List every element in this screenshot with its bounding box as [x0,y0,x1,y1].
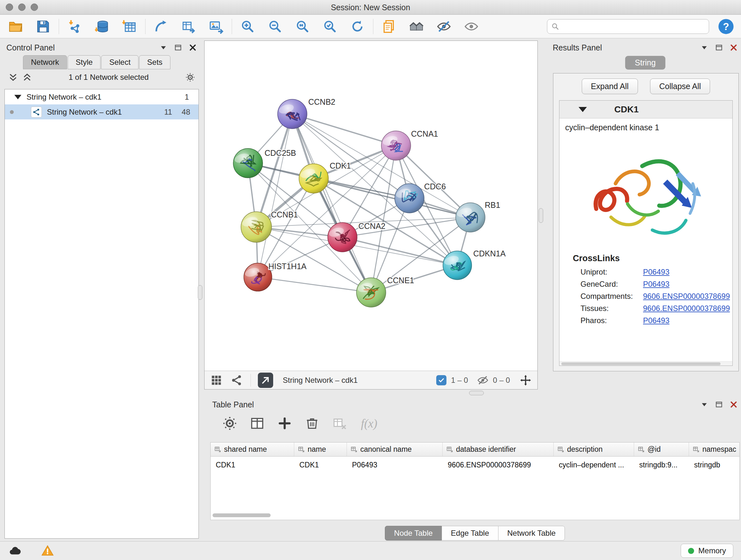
network-node[interactable] [395,184,424,213]
tab-node-table[interactable]: Node Table [385,526,442,541]
collapse-all-networks-icon[interactable] [8,72,18,82]
detach-view-button[interactable] [258,373,273,388]
collapse-panel-icon[interactable] [700,400,709,409]
zoom-out-button[interactable] [266,17,284,36]
splitter-handle[interactable] [198,285,202,300]
table-cell[interactable]: 9606.ENSP00000378699 [443,461,554,469]
splitter-handle[interactable] [539,208,543,223]
column-header[interactable]: canonical name [347,442,443,456]
column-header[interactable]: shared name [211,442,294,456]
network-node[interactable] [456,203,485,232]
zoom-selected-button[interactable] [321,17,339,36]
birdseye-view-button[interactable] [230,374,244,387]
network-node[interactable] [241,212,272,242]
network-edge[interactable] [314,179,470,217]
network-node[interactable] [244,263,272,291]
collapse-panel-icon[interactable] [700,44,709,52]
import-network-file-button[interactable] [65,17,84,36]
gear-icon[interactable] [185,72,195,82]
show-all-button[interactable] [462,17,481,36]
gene-disclosure-triangle-icon[interactable] [579,107,587,112]
network-edge[interactable] [258,277,371,293]
expand-all-networks-icon[interactable] [22,72,32,82]
export-image-button[interactable] [207,17,225,36]
column-header[interactable]: name [294,442,347,456]
warnings-button[interactable] [40,544,55,557]
crosslink-value-link[interactable]: 9606.ENSP00000378699 [643,292,730,301]
close-panel-icon[interactable] [730,400,738,409]
network-node[interactable] [356,278,386,307]
close-panel-icon[interactable] [730,44,738,52]
zoom-fit-button[interactable] [293,17,312,36]
float-panel-icon[interactable] [174,44,182,52]
network-canvas[interactable]: CCNB2CCNA1CDC25BCDK1CDC6RB1CCNB1CCNA2CDK… [205,41,537,371]
save-session-button[interactable] [34,17,52,36]
tab-sets[interactable]: Sets [139,55,171,69]
show-graphics-details-button[interactable] [380,17,398,36]
tab-select[interactable]: Select [101,55,138,69]
search-input[interactable] [562,22,705,31]
column-header[interactable]: description [554,442,634,456]
import-network-database-button[interactable] [93,17,111,36]
table-cell[interactable]: CDK1 [211,461,294,469]
crosslink-value-link[interactable]: 9606.ENSP00000378699 [643,304,730,313]
network-node[interactable] [443,251,472,280]
table-cell[interactable]: CDK1 [294,461,347,469]
tab-network-table[interactable]: Network Table [498,526,565,541]
delete-column-button[interactable] [304,415,320,431]
network-edge[interactable] [292,114,396,145]
hide-selected-button[interactable] [434,17,453,36]
crosslink-value-link[interactable]: P06493 [643,267,670,276]
table-cell[interactable]: P06493 [347,461,443,469]
gene-card-header[interactable]: CDK1 [559,101,732,118]
cloud-status-button[interactable] [8,544,22,557]
collapse-all-button[interactable]: Collapse All [650,78,711,94]
export-network-button[interactable] [179,17,198,36]
network-collection-row[interactable]: String Network – cdk1 1 [5,89,199,105]
table-horizontal-scrollbar[interactable] [212,513,738,518]
show-columns-button[interactable] [249,415,265,431]
column-header[interactable]: @id [634,442,689,456]
expand-all-button[interactable]: Expand All [582,78,638,94]
memory-button[interactable]: Memory [681,544,733,558]
disclosure-triangle-icon[interactable] [14,95,21,99]
selected-checkbox-icon[interactable] [436,375,447,385]
network-row-selected[interactable]: String Network – cdk1 11 48 [5,105,199,119]
table-cell[interactable]: stringdb:9... [634,461,689,469]
tab-string[interactable]: String [625,56,665,70]
float-panel-icon[interactable] [715,400,723,409]
grid-view-button[interactable] [210,374,223,387]
network-node[interactable] [381,131,411,160]
apply-layout-button[interactable] [348,17,367,36]
collapse-panel-icon[interactable] [159,44,167,52]
column-header[interactable]: namespac [689,442,740,456]
merge-networks-button[interactable] [407,17,426,36]
network-node[interactable] [278,99,307,129]
crosslink-value-link[interactable]: P06493 [643,316,670,325]
column-header[interactable]: database identifier [443,442,554,456]
tab-edge-table[interactable]: Edge Table [442,526,498,541]
crosslink-value-link[interactable]: P06493 [643,280,670,289]
zoom-in-button[interactable] [239,17,257,36]
table-settings-button[interactable] [222,415,238,431]
network-node[interactable] [233,148,263,178]
network-node[interactable] [328,223,357,252]
close-panel-icon[interactable] [189,44,197,52]
tab-network[interactable]: Network [23,55,67,69]
tab-style[interactable]: Style [68,55,100,69]
network-edge[interactable] [258,114,292,277]
import-table-button[interactable] [120,17,139,36]
add-column-button[interactable] [277,415,293,431]
table-cell[interactable]: stringdb [689,461,740,469]
network-node[interactable] [299,164,328,193]
table-row[interactable]: CDK1CDK1P064939606.ENSP00000378699cyclin… [211,456,739,473]
pan-mode-button[interactable] [519,374,532,387]
gene-card-scrollbar[interactable] [559,361,732,366]
help-button[interactable]: ? [718,18,735,35]
new-network-from-selection-button[interactable] [152,17,171,36]
float-panel-icon[interactable] [715,44,723,52]
open-session-button[interactable] [6,17,25,36]
splitter-handle[interactable] [469,391,484,395]
table-cell[interactable]: cyclin–dependent ... [554,461,634,469]
search-box[interactable] [547,19,709,34]
